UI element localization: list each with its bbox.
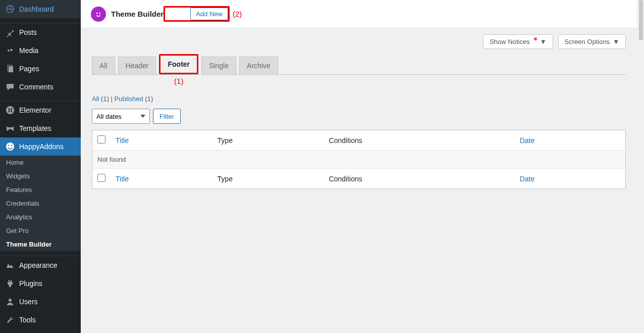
users-icon [5,297,15,307]
sidebar-item-elementor[interactable]: Elementor [0,101,81,119]
sidebar-item-label: Dashboard [19,5,54,13]
notice-dot-icon [534,37,537,40]
not-found-text: Not found [92,151,626,169]
submenu-item-features[interactable]: Features [0,183,81,197]
screen-options-button[interactable]: Screen Options ▼ [558,34,626,49]
comments-icon [5,82,15,92]
sidebar-item-posts[interactable]: Posts [0,23,81,41]
filter-published-count: (1) [145,95,153,103]
filter-button[interactable]: Filter [153,109,181,124]
sidebar-item-templates[interactable]: Templates [0,119,81,137]
svg-rect-3 [9,66,13,72]
submenu-item-widgets[interactable]: Widgets [0,169,81,183]
sidebar-item-label: Users [19,298,38,306]
annotation-label-2: (2) [233,10,242,18]
scrollbar[interactable] [639,0,643,40]
col-date[interactable]: Date [520,136,535,145]
templates-table: Title Type Conditions Date Not found [92,130,626,189]
filter-row: All dates Filter [92,109,626,124]
sidebar-item-dashboard[interactable]: Dashboard [0,0,81,18]
sidebar-item-comments[interactable]: Comments [0,78,81,96]
annotation-label-1: (1) [174,77,183,85]
top-actions: Show Notices ▼ Screen Options ▼ [81,28,637,49]
col-type: Type [212,130,324,151]
sidebar-item-tools[interactable]: Tools [0,311,81,329]
sidebar-item-label: Tools [19,316,36,324]
page-title: Theme Builder [111,10,164,18]
filter-all-count: (1) [101,95,109,103]
submenu-item-getpro[interactable]: Get Pro [0,224,81,237]
svg-point-1 [8,50,10,52]
plugins-icon [5,278,15,289]
select-all-checkbox-footer[interactable] [97,174,105,182]
svg-point-11 [11,145,12,146]
svg-point-14 [99,12,100,14]
show-notices-button[interactable]: Show Notices ▼ [483,34,553,49]
col-title-footer[interactable]: Title [116,175,129,183]
add-new-button[interactable]: Add New [190,8,228,20]
date-filter-select[interactable]: All dates [92,109,150,124]
tabs: All Header Footer (1) Single Archive [92,54,626,75]
sidebar-item-media[interactable]: Media [0,41,81,60]
svg-point-4 [6,106,14,114]
tab-header[interactable]: Header [118,57,156,74]
svg-point-10 [8,145,9,146]
filter-published-link[interactable]: Published [115,95,143,103]
show-notices-label: Show Notices [490,38,529,45]
filter-all-link[interactable]: All [92,95,99,103]
tab-all[interactable]: All [92,57,115,74]
templates-icon [5,123,15,133]
col-date-footer[interactable]: Date [520,175,535,183]
svg-point-12 [9,299,12,302]
sidebar-item-pages[interactable]: Pages [0,60,81,78]
sidebar-submenu: Home Widgets Features Credentials Analyt… [0,156,81,251]
separator: | [111,95,115,103]
col-conditions: Conditions [324,130,515,151]
sidebar-item-plugins[interactable]: Plugins [0,274,81,293]
tab-footer[interactable]: Footer [160,56,197,73]
sidebar-item-label: Elementor [19,106,51,114]
brand-icon [91,7,106,22]
sidebar-item-label: Comments [19,83,53,91]
dashboard-icon [5,4,15,14]
svg-rect-8 [11,111,12,112]
submenu-item-home[interactable]: Home [0,156,81,169]
sidebar-item-label: Pages [19,65,39,73]
sidebar-item-happyaddons[interactable]: HappyAddons [0,137,81,156]
submenu-item-credentials[interactable]: Credentials [0,197,81,210]
caret-down-icon: ▼ [613,38,619,45]
admin-sidebar: Dashboard Posts Media Pages Comments Ele… [0,0,81,333]
main-content: Theme Builder Add New (2) Show Notices ▼… [81,0,644,333]
pin-icon [5,27,15,37]
sidebar-item-label: Plugins [19,279,42,288]
annotation-box-2: Add New [164,6,230,22]
tab-archive[interactable]: Archive [239,57,278,74]
screen-options-label: Screen Options [565,38,610,45]
caret-down-icon: ▼ [540,38,547,45]
svg-rect-6 [11,108,12,109]
tab-single[interactable]: Single [201,57,236,74]
select-all-checkbox[interactable] [97,135,105,144]
sidebar-item-users[interactable]: Users [0,293,81,311]
submenu-item-theme-builder[interactable]: Theme Builder [0,237,81,251]
sidebar-item-label: HappyAddons [19,142,64,151]
table-row-empty: Not found [92,151,626,169]
sidebar-item-appearance[interactable]: Appearance [0,256,81,274]
col-type-footer: Type [212,169,324,189]
media-icon [5,45,15,56]
appearance-icon [5,260,15,270]
svg-rect-5 [9,108,10,112]
submenu-item-analytics[interactable]: Analytics [0,210,81,224]
pages-icon [5,64,15,74]
col-title[interactable]: Title [116,136,129,145]
col-conditions-footer: Conditions [324,169,515,189]
sidebar-item-label: Posts [19,28,37,36]
sidebar-item-label: Appearance [19,261,58,269]
status-filter-links: All (1) | Published (1) [92,95,626,103]
happy-icon [5,141,15,152]
annotation-box-1: Footer [159,54,198,74]
svg-point-13 [96,12,98,14]
page-header: Theme Builder Add New (2) [81,0,637,28]
elementor-icon [5,105,15,115]
tools-icon [5,315,15,325]
